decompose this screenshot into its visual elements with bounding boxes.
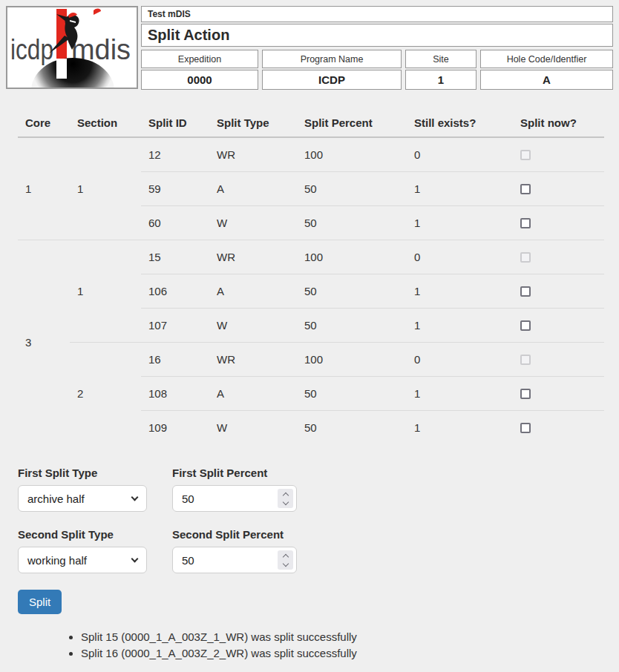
cell-split-type: WR bbox=[209, 343, 297, 377]
spinner-down-icon[interactable] bbox=[282, 498, 288, 504]
icdp-mdis-logo: icdp mdis bbox=[6, 6, 138, 89]
status-message: Split 16 (0000_1_A_003Z_2_WR) was split … bbox=[81, 645, 619, 662]
split-now-checkbox[interactable] bbox=[520, 320, 531, 331]
column-header-split-now: Split now? bbox=[513, 109, 604, 137]
column-header-split-id: Split ID bbox=[141, 109, 209, 137]
status-message: Split 15 (0000_1_A_003Z_1_WR) was split … bbox=[81, 629, 619, 645]
hole-code-label: Hole Code/Identfier bbox=[480, 50, 613, 68]
cell-split-percent: 50 bbox=[297, 411, 407, 445]
app-title: Test mDIS bbox=[141, 6, 613, 22]
cell-split-percent: 100 bbox=[297, 137, 407, 172]
cell-split-now bbox=[513, 137, 604, 172]
cell-still-exists: 1 bbox=[407, 411, 513, 445]
cell-split-id: 106 bbox=[141, 274, 209, 309]
hole-code-field: Hole Code/Identfier A bbox=[480, 50, 613, 90]
cell-split-id: 12 bbox=[141, 137, 209, 172]
second-split-percent-label: Second Split Percent bbox=[172, 528, 297, 541]
hole-code-value: A bbox=[480, 70, 613, 90]
table-row: 2 16 WR 100 0 bbox=[18, 343, 604, 377]
program-name-value: ICDP bbox=[262, 70, 402, 90]
cell-split-percent: 100 bbox=[297, 343, 407, 377]
cell-split-id: 108 bbox=[141, 377, 209, 411]
second-split-type-select[interactable]: working half bbox=[18, 547, 147, 573]
cell-split-id: 15 bbox=[141, 240, 209, 274]
cell-split-now bbox=[513, 309, 604, 343]
cell-still-exists: 0 bbox=[407, 137, 513, 172]
status-messages: Split 15 (0000_1_A_003Z_1_WR) was split … bbox=[18, 629, 619, 662]
cell-split-now bbox=[513, 411, 604, 445]
cell-split-now bbox=[513, 377, 604, 411]
split-now-checkbox bbox=[520, 252, 531, 263]
spinner-up-icon[interactable] bbox=[282, 553, 288, 559]
page-header: icdp mdis Test mDIS Split Action Expedit… bbox=[0, 0, 619, 90]
cell-split-now bbox=[513, 240, 604, 274]
split-button[interactable]: Split bbox=[18, 590, 62, 614]
cell-split-percent: 50 bbox=[297, 377, 407, 411]
cell-split-id: 59 bbox=[141, 172, 209, 206]
spinner-down-icon[interactable] bbox=[282, 560, 288, 566]
cell-split-type: A bbox=[209, 377, 297, 411]
split-now-checkbox[interactable] bbox=[520, 184, 531, 194]
cell-split-now bbox=[513, 274, 604, 309]
expedition-value: 0000 bbox=[141, 70, 258, 90]
cell-split-now bbox=[513, 343, 604, 377]
cell-split-type: A bbox=[209, 172, 297, 206]
split-now-checkbox[interactable] bbox=[520, 423, 531, 433]
split-now-checkbox[interactable] bbox=[520, 389, 531, 399]
cell-split-type: WR bbox=[209, 240, 297, 274]
logo-dome-notch bbox=[56, 59, 67, 79]
cell-split-id: 107 bbox=[141, 309, 209, 343]
site-field: Site 1 bbox=[405, 50, 476, 90]
split-now-checkbox bbox=[520, 355, 531, 365]
second-split-type-label: Second Split Type bbox=[18, 528, 147, 541]
cell-split-type: A bbox=[209, 274, 297, 309]
cell-split-percent: 50 bbox=[297, 172, 407, 206]
site-value: 1 bbox=[405, 70, 476, 90]
logo-text-icdp: icdp bbox=[10, 34, 53, 65]
cell-split-now bbox=[513, 206, 604, 240]
first-split-percent-label: First Split Percent bbox=[172, 467, 297, 479]
cell-split-type: W bbox=[209, 309, 297, 343]
cell-split-percent: 100 bbox=[297, 240, 407, 274]
cell-section: 2 bbox=[70, 343, 141, 445]
cell-split-type: W bbox=[209, 411, 297, 445]
cell-core: 1 bbox=[18, 137, 70, 240]
cell-core: 3 bbox=[18, 240, 70, 445]
number-spinner[interactable] bbox=[278, 550, 293, 570]
split-now-checkbox[interactable] bbox=[520, 218, 531, 228]
cell-still-exists: 1 bbox=[407, 172, 513, 206]
table-row: 3 1 15 WR 100 0 bbox=[18, 240, 604, 274]
page-title: Split Action bbox=[141, 24, 613, 47]
column-header-section: Section bbox=[70, 109, 141, 137]
first-split-type-select[interactable]: archive half bbox=[18, 485, 147, 512]
table-row: 1 1 12 WR 100 0 bbox=[18, 137, 604, 172]
cell-still-exists: 0 bbox=[407, 240, 513, 274]
column-header-core: Core bbox=[18, 109, 70, 137]
cell-split-id: 16 bbox=[141, 343, 209, 377]
cell-split-id: 109 bbox=[141, 411, 209, 445]
cell-split-percent: 50 bbox=[297, 309, 407, 343]
cell-section: 1 bbox=[70, 137, 141, 240]
cell-split-id: 60 bbox=[141, 206, 209, 240]
cell-split-percent: 50 bbox=[297, 206, 407, 240]
logo-graphic: icdp mdis bbox=[7, 7, 137, 88]
split-now-checkbox[interactable] bbox=[520, 286, 531, 297]
expedition-label: Expedition bbox=[141, 50, 258, 68]
logo-red-speck bbox=[94, 8, 101, 15]
number-spinner[interactable] bbox=[278, 489, 293, 508]
column-header-split-percent: Split Percent bbox=[297, 109, 407, 137]
first-split-type-label: First Split Type bbox=[18, 467, 147, 479]
cell-split-type: WR bbox=[209, 137, 297, 172]
split-now-checkbox bbox=[520, 150, 531, 160]
splits-table: Core Section Split ID Split Type Split P… bbox=[18, 109, 604, 444]
cell-split-percent: 50 bbox=[297, 274, 407, 309]
context-fields: Expedition 0000 Program Name ICDP Site 1… bbox=[141, 50, 613, 90]
site-label: Site bbox=[405, 50, 476, 68]
cell-split-now bbox=[513, 172, 604, 206]
expedition-field: Expedition 0000 bbox=[141, 50, 258, 90]
program-name-label: Program Name bbox=[262, 50, 402, 68]
spinner-up-icon[interactable] bbox=[282, 492, 288, 498]
cell-still-exists: 1 bbox=[407, 206, 513, 240]
cell-still-exists: 1 bbox=[407, 377, 513, 411]
cell-still-exists: 1 bbox=[407, 309, 513, 343]
